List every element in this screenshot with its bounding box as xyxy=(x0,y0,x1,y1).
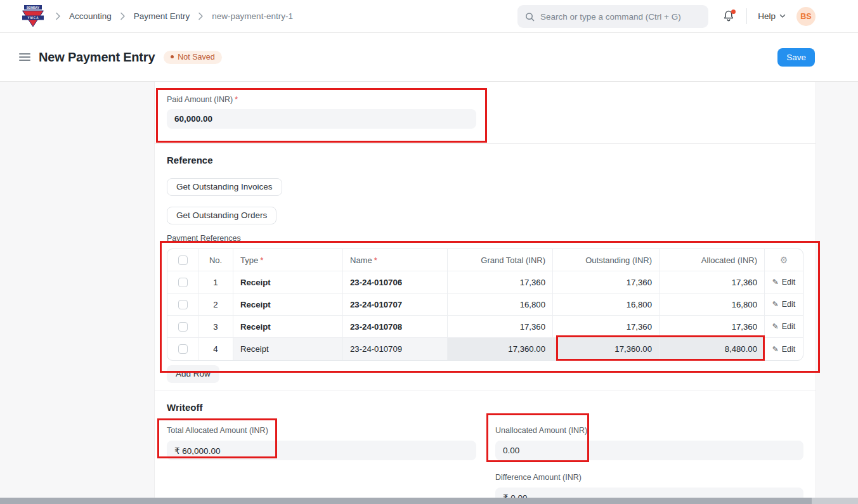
breadcrumb: Accounting Payment Entry new-payment-ent… xyxy=(55,11,293,21)
page-head: New Payment Entry Not Saved Save xyxy=(0,33,858,82)
help-menu[interactable]: Help xyxy=(758,11,786,21)
edit-row-button[interactable]: ✎ Edit xyxy=(772,345,796,354)
paid-amount-label: Paid Amount (INR)* xyxy=(167,95,803,104)
writeoff-fields: Total Allocated Amount (INR) ₹ 60,000.00… xyxy=(167,426,803,503)
search-input[interactable] xyxy=(540,12,701,22)
row-allocated-cell[interactable]: 17,360 xyxy=(660,271,765,293)
row-outstanding-cell[interactable]: 17,360.00 xyxy=(553,338,660,360)
row-checkbox[interactable] xyxy=(178,278,188,287)
row-allocated-cell[interactable]: 16,800 xyxy=(660,294,765,315)
navbar-divider xyxy=(746,8,747,24)
row-grand-total-cell[interactable]: 17,360 xyxy=(448,271,553,293)
row-edit-cell: ✎ Edit xyxy=(765,271,803,293)
paid-amount-field[interactable]: 60,000.00 xyxy=(167,109,476,129)
header-type-text: Type xyxy=(240,255,258,265)
row-checkbox[interactable] xyxy=(178,344,188,354)
difference-label: Difference Amount (INR) xyxy=(495,473,803,482)
row-name-cell[interactable]: 23-24-010706 xyxy=(343,271,448,293)
payment-references-grid: No. Type* Name* Grand Total (INR) Outsta… xyxy=(167,249,803,361)
header-no: No. xyxy=(198,249,233,271)
total-allocated-field[interactable]: ₹ 60,000.00 xyxy=(167,441,476,460)
status-badge-label: Not Saved xyxy=(178,53,214,61)
horizontal-scrollbar[interactable] xyxy=(0,498,812,504)
row-type-cell[interactable]: Receipt xyxy=(233,271,343,293)
paid-amount-label-text: Paid Amount (INR) xyxy=(167,95,233,104)
row-name-cell[interactable]: 23-24-010708 xyxy=(343,316,448,337)
chevron-right-icon xyxy=(198,12,204,20)
edit-label: Edit xyxy=(782,322,796,331)
writeoff-left-column: Total Allocated Amount (INR) ₹ 60,000.00 xyxy=(167,426,476,503)
chevron-down-icon xyxy=(779,14,786,18)
unallocated-value: 0.00 xyxy=(503,446,519,455)
row-outstanding-cell[interactable]: 17,360 xyxy=(553,271,660,293)
get-outstanding-invoices-button[interactable]: Get Outstanding Invoices xyxy=(167,178,282,196)
status-badge: Not Saved xyxy=(164,51,221,64)
row-outstanding-cell[interactable]: 16,800 xyxy=(553,294,660,315)
chevron-right-icon xyxy=(55,12,61,20)
select-all-checkbox[interactable] xyxy=(178,255,188,265)
pencil-icon: ✎ xyxy=(772,322,779,331)
header-outstanding: Outstanding (INR) xyxy=(553,249,660,271)
required-marker: * xyxy=(260,255,263,265)
total-allocated-label: Total Allocated Amount (INR) xyxy=(167,426,476,435)
unallocated-field[interactable]: 0.00 xyxy=(495,441,803,460)
help-label: Help xyxy=(758,11,776,21)
row-allocated-cell[interactable]: 8,480.00 xyxy=(660,338,765,360)
required-marker: * xyxy=(374,255,377,265)
user-avatar[interactable]: BS xyxy=(796,7,816,26)
row-grand-total-cell[interactable]: 17,360.00 xyxy=(448,338,553,360)
row-grand-total-cell[interactable]: 17,360 xyxy=(448,316,553,337)
row-checkbox[interactable] xyxy=(178,300,188,309)
add-row-button[interactable]: Add Row xyxy=(167,365,219,383)
row-grand-total-cell[interactable]: 16,800 xyxy=(448,294,553,315)
bombay-ymca-logo[interactable]: BOMBAY Y M C A xyxy=(21,4,45,29)
edit-label: Edit xyxy=(782,278,796,287)
breadcrumb-payment-entry[interactable]: Payment Entry xyxy=(134,11,190,21)
row-allocated-cell[interactable]: 17,360 xyxy=(660,316,765,337)
breadcrumb-accounting[interactable]: Accounting xyxy=(69,11,112,21)
edit-label: Edit xyxy=(782,300,796,309)
global-search[interactable] xyxy=(517,5,708,28)
grid-header-row: No. Type* Name* Grand Total (INR) Outsta… xyxy=(167,249,803,271)
edit-label: Edit xyxy=(782,345,796,354)
edit-row-button[interactable]: ✎ Edit xyxy=(772,278,796,287)
notification-dot xyxy=(731,10,736,14)
row-type-cell[interactable]: Receipt xyxy=(233,338,343,360)
sidebar-toggle-icon[interactable] xyxy=(19,53,30,61)
row-outstanding-cell[interactable]: 17,360 xyxy=(553,316,660,337)
row-name-cell[interactable]: 23-24-010709 xyxy=(343,338,448,360)
get-outstanding-orders-button[interactable]: Get Outstanding Orders xyxy=(167,207,276,224)
payment-entry-page: BOMBAY Y M C A Accounting Payment Entry … xyxy=(0,0,858,504)
row-type-cell[interactable]: Receipt xyxy=(233,316,343,337)
select-all-cell xyxy=(167,249,198,271)
header-type: Type* xyxy=(233,249,343,271)
chevron-right-icon xyxy=(120,12,126,20)
table-row: 3 Receipt 23-24-010708 17,360 17,360 17,… xyxy=(167,316,803,338)
form-content-area: Paid Amount (INR)* 60,000.00 Reference G… xyxy=(0,82,858,503)
payment-references-label: Payment References xyxy=(167,234,803,243)
row-number: 3 xyxy=(198,316,233,337)
header-name: Name* xyxy=(343,249,448,271)
edit-row-button[interactable]: ✎ Edit xyxy=(772,300,796,309)
gear-icon[interactable]: ⚙ xyxy=(780,255,788,265)
row-check-cell xyxy=(167,316,198,337)
grid-settings-cell: ⚙ xyxy=(765,249,803,271)
header-grand-total: Grand Total (INR) xyxy=(448,249,553,271)
edit-row-button[interactable]: ✎ Edit xyxy=(772,322,796,331)
writeoff-section-heading: Writeoff xyxy=(167,402,803,413)
row-name-cell[interactable]: 23-24-010707 xyxy=(343,294,448,315)
page-title: New Payment Entry xyxy=(39,50,155,65)
table-row: 2 Receipt 23-24-010707 16,800 16,800 16,… xyxy=(167,294,803,316)
unallocated-label: Unallocated Amount (INR) xyxy=(495,426,803,435)
logo-text-line1: BOMBAY xyxy=(27,6,39,9)
writeoff-right-column: Unallocated Amount (INR) 0.00 Difference… xyxy=(495,426,803,503)
save-button[interactable]: Save xyxy=(777,48,815,67)
navbar-right-group: Help BS xyxy=(723,7,816,26)
breadcrumb-current-doc[interactable]: new-payment-entry-1 xyxy=(212,11,293,21)
row-checkbox[interactable] xyxy=(178,322,188,332)
notifications-button[interactable] xyxy=(723,10,736,23)
form-column: Paid Amount (INR)* 60,000.00 Reference G… xyxy=(154,82,816,503)
required-marker: * xyxy=(235,95,238,104)
pencil-icon: ✎ xyxy=(772,345,779,354)
row-type-cell[interactable]: Receipt xyxy=(233,294,343,315)
